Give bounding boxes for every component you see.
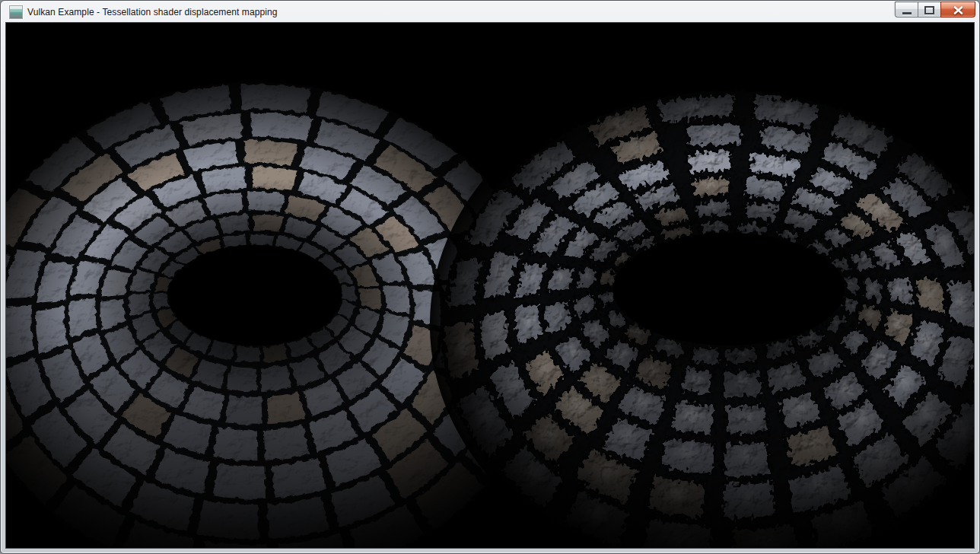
minimize-button[interactable] xyxy=(895,2,918,18)
vulkan-render-viewport xyxy=(6,23,974,548)
minimize-icon xyxy=(902,12,912,14)
bottom-shade-overlay xyxy=(6,23,974,548)
maximize-button[interactable] xyxy=(918,2,940,18)
title-bar[interactable]: Vulkan Example - Tessellation shader dis… xyxy=(2,2,978,23)
window-title: Vulkan Example - Tessellation shader dis… xyxy=(27,7,278,18)
close-button[interactable] xyxy=(940,2,975,18)
app-icon[interactable] xyxy=(9,5,23,19)
render-client-area xyxy=(6,23,974,548)
app-window: Vulkan Example - Tessellation shader dis… xyxy=(0,0,980,554)
window-controls xyxy=(895,2,975,16)
close-icon xyxy=(953,6,963,14)
maximize-icon xyxy=(924,6,934,14)
